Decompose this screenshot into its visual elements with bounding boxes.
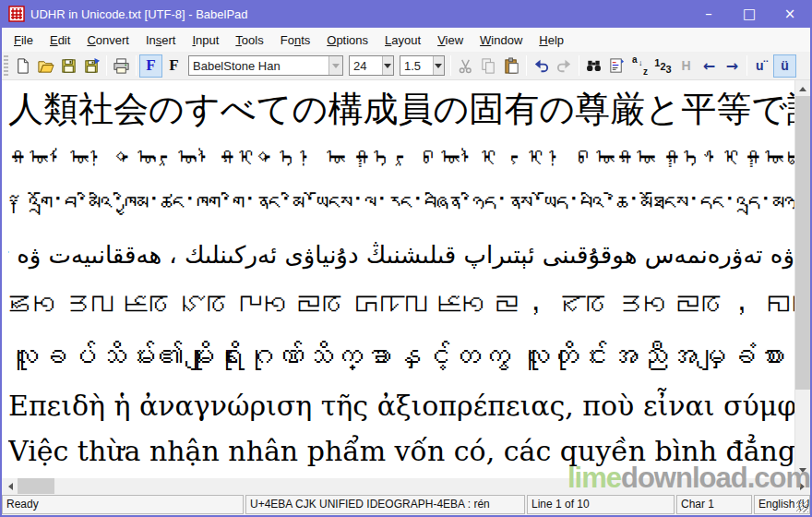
- toolbar-separator: [526, 55, 527, 76]
- new-file-button[interactable]: [11, 54, 34, 78]
- vertical-scrollbar-track[interactable]: [795, 390, 810, 463]
- menu-options[interactable]: Options: [318, 30, 376, 51]
- toolbar-separator: [136, 55, 137, 76]
- menu-fonts[interactable]: Fonts: [272, 30, 319, 51]
- font-size-combobox: [349, 55, 394, 76]
- toolbar: F F a↓z 123 H ← → u¨ ü: [2, 52, 810, 80]
- a-to-z-icon: a↓z: [631, 57, 649, 75]
- maximize-button[interactable]: □: [729, 0, 770, 28]
- one-two-three-icon: 123: [654, 57, 671, 75]
- menu-input[interactable]: Input: [184, 30, 227, 51]
- previous-character-button[interactable]: ←: [698, 54, 721, 78]
- save-button[interactable]: [57, 54, 80, 78]
- save-as-button[interactable]: [80, 54, 103, 78]
- toolbar-separator: [106, 55, 107, 76]
- save-as-floppy-icon: [83, 57, 101, 75]
- print-button[interactable]: [110, 54, 133, 78]
- decompose-button[interactable]: u¨: [750, 54, 773, 78]
- open-file-button[interactable]: [34, 54, 57, 78]
- undo-button[interactable]: [530, 54, 553, 78]
- new-file-icon: [14, 57, 31, 75]
- left-arrow-icon: ←: [703, 57, 715, 75]
- menu-help[interactable]: Help: [531, 30, 572, 51]
- binoculars-icon: [585, 57, 603, 75]
- font-dropdown-arrow[interactable]: [328, 56, 342, 75]
- text-editor-area[interactable]: 人類社会のすべての構成員の固有の尊厳と平等で譲ることの ᠬᠦᠮᠦᠨ ᠲᠥᠷᠥᠯᠬ…: [2, 80, 794, 478]
- scroll-down-button[interactable]: [795, 463, 810, 478]
- menu-edit[interactable]: Edit: [42, 30, 78, 51]
- cut-button[interactable]: [454, 54, 477, 78]
- font-toggle-black-button[interactable]: F: [162, 54, 185, 78]
- menu-tools[interactable]: Tools: [227, 30, 271, 51]
- line-spacing-dropdown-arrow[interactable]: [433, 56, 444, 75]
- text-line-mongolian: ᠬᠦᠮᠦᠨ ᠲᠥᠷᠥᠯᠬᠢᠲᠡᠨ ᠦ ᠭᠡᠷ ᠪᠦᠯᠢ ᠶᠢᠨ ᠪᠦᠬᠦ ᠭᠡᠰ…: [8, 137, 794, 180]
- minimize-button[interactable]: –: [688, 0, 729, 28]
- find-button[interactable]: [582, 54, 605, 78]
- vertical-scrollbar[interactable]: [794, 80, 810, 478]
- status-ready: Ready: [2, 495, 244, 514]
- menu-layout[interactable]: Layout: [376, 30, 429, 51]
- compose-button[interactable]: ü: [773, 54, 796, 78]
- menu-window[interactable]: Window: [472, 30, 531, 51]
- next-character-button[interactable]: →: [721, 54, 744, 78]
- scroll-right-button[interactable]: [794, 478, 810, 494]
- status-char-position: Char 1: [676, 495, 752, 514]
- toolbar-grip[interactable]: [4, 55, 8, 76]
- clipboard-paste-icon: [503, 57, 520, 75]
- menu-file[interactable]: File: [6, 30, 42, 51]
- character-map-icon: [608, 57, 626, 75]
- transliterate-button[interactable]: a↓z: [628, 54, 651, 78]
- font-combobox: [188, 55, 343, 76]
- line-spacing-input[interactable]: [400, 56, 433, 75]
- title-bar[interactable]: UDHR in Unicode.txt [UTF-8] - BabelPad –…: [2, 0, 810, 28]
- save-floppy-icon: [60, 57, 78, 75]
- right-arrow-icon: →: [726, 57, 738, 75]
- open-folder-icon: [37, 57, 54, 75]
- text-line-myanmar: လူခပ်သိမ်း၏မျိုးရိုးဂုဏ်သိက္ခာနှင့်တကွ လ…: [8, 330, 794, 383]
- undo-arrow-icon: [532, 57, 550, 75]
- text-line-phagspa: ꡝꡟ ꡗꡃ ꡈꡞ ꡜꡞ ꡖꡟ ꡙꡞ ꡚꡠꡃ ꡈꡟ ꡙ ， ꡛꡞ ꡗꡟ ꡙꡞ ， …: [8, 282, 794, 330]
- copy-icon: [480, 57, 497, 75]
- menu-view[interactable]: View: [429, 30, 472, 51]
- scroll-up-button[interactable]: [795, 80, 810, 96]
- font-size-input[interactable]: [350, 56, 382, 75]
- status-character-info: U+4EBA CJK UNIFIED IDEOGRAPH-4EBA : rén: [245, 495, 525, 514]
- font-toggle-blue-button[interactable]: F: [139, 54, 162, 78]
- font-size-dropdown-arrow[interactable]: [382, 56, 393, 75]
- font-name-input[interactable]: [189, 56, 328, 75]
- menu-insert[interactable]: Insert: [137, 30, 185, 51]
- text-line-vietnamese: Việc thừa nhận nhân phẩm vốn có, các quy…: [8, 431, 794, 474]
- printer-icon: [113, 57, 130, 75]
- line-spacing-combobox: [400, 55, 445, 76]
- down-arrow-icon: [799, 468, 806, 476]
- status-bar: Ready U+4EBA CJK UNIFIED IDEOGRAPH-4EBA …: [2, 494, 810, 515]
- toolbar-separator: [579, 55, 579, 76]
- resize-grip[interactable]: [796, 500, 808, 512]
- scissors-icon: [457, 57, 474, 75]
- status-line-info: Line 1 of 10: [527, 495, 675, 514]
- babelpad-window: UDHR in Unicode.txt [UTF-8] - BabelPad –…: [0, 0, 812, 517]
- menu-convert[interactable]: Convert: [78, 30, 137, 51]
- window-title: UDHR in Unicode.txt [UTF-8] - BabelPad: [30, 7, 688, 21]
- redo-button[interactable]: [553, 54, 576, 78]
- character-map-button[interactable]: [605, 54, 628, 78]
- digits-convert-button[interactable]: 123: [651, 54, 675, 78]
- close-button[interactable]: ×: [770, 0, 810, 28]
- vertical-scrollbar-thumb[interactable]: [795, 96, 810, 390]
- text-line-japanese: 人類社会のすべての構成員の固有の尊厳と平等で譲ることの: [8, 83, 794, 137]
- menu-bar: File Edit Convert Insert Input Tools Fon…: [2, 28, 810, 52]
- scroll-left-button[interactable]: [2, 478, 18, 494]
- toolbar-separator: [746, 55, 747, 76]
- left-scroll-arrow-icon: [5, 483, 13, 490]
- copy-button[interactable]: [477, 54, 500, 78]
- horizontal-scrollbar-thumb[interactable]: [18, 478, 54, 494]
- horizontal-scrollbar[interactable]: [2, 478, 810, 494]
- toolbar-separator: [450, 55, 451, 76]
- text-line-tibetan: ༈ འགྲོ་བ་མིའི་ཁྱིམ་ཚང་ཁག་གི་ནང་མི་ཡོངས་ལ…: [8, 180, 794, 232]
- paste-button[interactable]: [500, 54, 523, 78]
- text-line-uyghur: ۋە تەۋرەنمەس ھوقۇقىنى ئېتىراپ قىلىشنىڭ د…: [8, 232, 794, 282]
- app-icon[interactable]: [8, 6, 25, 22]
- highlight-button[interactable]: H: [675, 54, 698, 78]
- text-line-greek: Επειδὴ ἡ ἀναγνώριση τῆς ἀξιοπρέπειας, πο…: [8, 383, 794, 431]
- up-arrow-icon: [799, 83, 806, 91]
